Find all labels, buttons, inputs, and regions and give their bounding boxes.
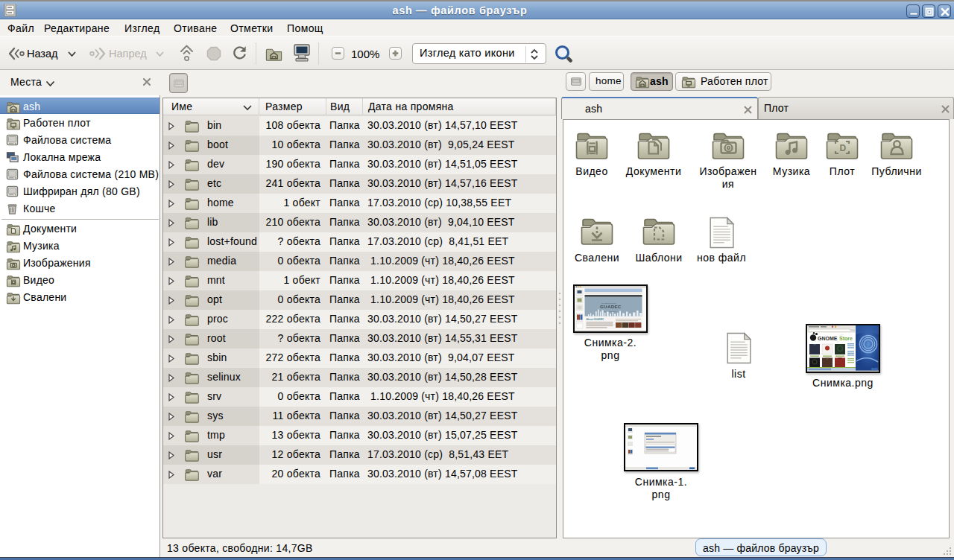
svg-text:D: D <box>840 143 847 153</box>
svg-text:GNOME: GNOME <box>818 336 838 341</box>
svg-text:GUADEC: GUADEC <box>600 304 622 309</box>
svg-text:Store: Store <box>839 336 853 341</box>
svg-text:About GUADEC: About GUADEC <box>587 318 605 321</box>
